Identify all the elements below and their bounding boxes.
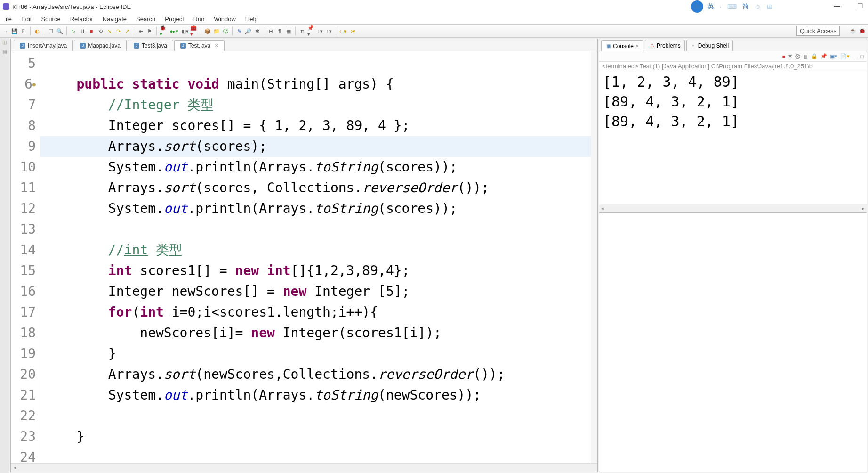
prev-annotation-icon[interactable]: ↑▾	[325, 27, 333, 35]
main-toolbar: ▫ 💾 ⎘ ◐ ☐ 🔍 ▷ ⏸ ■ ⟲ ↘ ↷ ↗ ⇤ ⚑ 🐞▾ ●▸▾ ◧▾ …	[0, 24, 868, 38]
maximize-view-icon[interactable]: □	[860, 54, 864, 59]
console-view: ▣ Console ✕ ⚠ Problems ▫ Debug Shell ■ ✖…	[599, 39, 867, 213]
clear-console-icon[interactable]: 🗑	[803, 54, 808, 59]
editor-tab-bar: J InsertArray.java J Maopao.java J Test3…	[11, 39, 597, 51]
editor-tab-maopao[interactable]: J Maopao.java	[74, 40, 127, 51]
console-output[interactable]: [1, 2, 3, 4, 89] [89, 4, 3, 2, 1] [89, 4…	[599, 71, 867, 204]
build-icon[interactable]: ◐	[33, 27, 41, 35]
close-tab-icon[interactable]: ✕	[635, 44, 639, 49]
open-task-icon[interactable]: ✎	[235, 27, 243, 35]
debug-shell-icon: ▫	[691, 43, 696, 49]
search-icon[interactable]: 🔍	[56, 27, 64, 35]
console-horizontal-scrollbar[interactable]: ◂ ▸	[599, 204, 867, 212]
new-package-icon[interactable]: 📁	[213, 27, 220, 35]
perspective-debug-icon[interactable]: 🐞	[859, 27, 866, 34]
overview-ruler[interactable]	[591, 51, 597, 463]
terminate-icon[interactable]: ■	[88, 27, 95, 35]
save-all-icon[interactable]: ⎘	[20, 27, 27, 35]
run-last-tool-icon[interactable]: 🧰▾	[190, 27, 198, 35]
use-step-filters-icon[interactable]: ⚑	[146, 27, 153, 35]
disconnect-icon[interactable]: ⟲	[96, 27, 104, 35]
step-into-icon[interactable]: ↘	[105, 27, 113, 35]
editor-tab-label: InsertArray.java	[28, 42, 67, 49]
toggle-breadcrumb-icon[interactable]: ⊞	[267, 27, 274, 35]
ime-keyboard-icon[interactable]: ⌨	[726, 3, 738, 10]
scroll-right-icon[interactable]: ▸	[862, 205, 865, 212]
terminate-console-icon[interactable]: ■	[782, 54, 786, 59]
editor-area: J InsertArray.java J Maopao.java J Test3…	[10, 39, 598, 472]
open-console-icon[interactable]: 📄▾	[840, 53, 850, 59]
editor-tab-test[interactable]: J Test.java ✕	[174, 40, 225, 51]
back-icon[interactable]: ⇐▾	[339, 27, 346, 35]
new-java-project-icon[interactable]: 📦	[204, 27, 211, 35]
perspective-java-icon[interactable]: ☕	[849, 27, 857, 34]
ime-widget[interactable]: du 英 · ⌨ 简 ☺ ⊞	[691, 0, 774, 13]
save-icon[interactable]: 💾	[11, 27, 18, 35]
display-selected-console-icon[interactable]: ▣▾	[830, 53, 837, 59]
remove-all-launches-icon[interactable]: ⨂	[795, 53, 800, 59]
remove-launch-icon[interactable]: ✖	[788, 53, 792, 59]
java-file-icon: J	[180, 43, 186, 49]
editor-body[interactable]: 56●789101112131415161718192021222324 pub…	[11, 51, 597, 463]
java-file-icon: J	[80, 43, 86, 49]
window-title: KH86 - ArrayUse/src/Test.java - Eclipse …	[12, 3, 131, 10]
step-return-icon[interactable]: ↗	[123, 27, 131, 35]
toggle-mark-icon[interactable]: ✱	[253, 27, 261, 35]
minimize-button[interactable]: —	[834, 2, 840, 9]
quick-access-input[interactable]: Quick Access	[796, 26, 840, 36]
scroll-left-icon[interactable]: ◂	[11, 465, 19, 471]
minimized-outline-icon[interactable]: ▤	[0, 49, 9, 56]
menu-run[interactable]: Run	[189, 16, 209, 23]
menu-search[interactable]: Search	[131, 16, 160, 23]
editor-tab-insertarray[interactable]: J InsertArray.java	[14, 40, 73, 51]
toggle-word-wrap-icon[interactable]: ¶	[276, 27, 283, 35]
menu-help[interactable]: Help	[241, 16, 263, 23]
resume-icon[interactable]: ▷	[70, 27, 77, 35]
run-icon[interactable]: ●▸▾	[169, 27, 180, 35]
tab-label: Debug Shell	[698, 42, 729, 49]
left-trim-bar[interactable]: ◫ ▤	[0, 38, 9, 473]
task-search-icon[interactable]: 🔎	[244, 27, 252, 35]
scroll-lock-icon[interactable]: 🔒	[811, 53, 818, 59]
suspend-icon[interactable]: ⏸	[79, 27, 86, 35]
step-over-icon[interactable]: ↷	[114, 27, 122, 35]
pin-console-icon[interactable]: 📌	[820, 53, 827, 59]
ime-person-icon[interactable]: ☺	[753, 3, 763, 10]
tab-debug-shell[interactable]: ▫ Debug Shell	[686, 40, 733, 51]
menu-edit[interactable]: Edit	[16, 16, 36, 23]
ime-simp[interactable]: 简	[741, 2, 750, 11]
code-area[interactable]: public static void main(String[] args) {…	[40, 51, 591, 463]
ime-lang[interactable]: 英	[706, 2, 715, 11]
scroll-left-icon[interactable]: ◂	[601, 205, 604, 212]
show-whitespace-icon[interactable]: π	[298, 27, 306, 35]
new-class-icon[interactable]: Ⓒ	[222, 27, 229, 35]
toggle-block-selection-icon[interactable]: ▦	[285, 27, 292, 35]
menu-navigate[interactable]: Navigate	[98, 16, 131, 23]
title-bar: KH86 - ArrayUse/src/Test.java - Eclipse …	[0, 0, 868, 13]
forward-icon[interactable]: ⇒▾	[348, 27, 355, 35]
minimized-view-icon[interactable]: ◫	[0, 40, 9, 46]
empty-editor-area	[599, 213, 867, 472]
menu-refactor[interactable]: Refactor	[65, 16, 98, 23]
pin-editor-icon[interactable]: 📌▾	[307, 27, 315, 35]
debug-icon[interactable]: 🐞▾	[160, 27, 167, 35]
close-tab-icon[interactable]: ✕	[215, 43, 218, 48]
console-process-status: <terminated> Test (1) [Java Application]…	[599, 62, 867, 71]
coverage-icon[interactable]: ◧▾	[181, 27, 189, 35]
next-annotation-icon[interactable]: ↓▾	[316, 27, 324, 35]
drop-frame-icon[interactable]: ⇤	[137, 27, 145, 35]
editor-tab-test3[interactable]: J Test3.java	[128, 40, 173, 51]
editor-horizontal-scrollbar[interactable]: ◂	[11, 463, 597, 472]
problems-icon: ⚠	[649, 43, 655, 49]
minimize-view-icon[interactable]: —	[852, 54, 858, 59]
open-type-icon[interactable]: ☐	[47, 27, 55, 35]
maximize-button[interactable]: ☐	[857, 2, 863, 9]
tab-problems[interactable]: ⚠ Problems	[645, 40, 685, 51]
ime-grid-icon[interactable]: ⊞	[765, 3, 774, 10]
new-icon[interactable]: ▫	[2, 27, 9, 35]
menu-source[interactable]: Source	[36, 16, 65, 23]
menu-file[interactable]: ile	[1, 16, 16, 23]
tab-console[interactable]: ▣ Console ✕	[601, 40, 643, 51]
menu-window[interactable]: Window	[209, 16, 241, 23]
menu-project[interactable]: Project	[160, 16, 188, 23]
